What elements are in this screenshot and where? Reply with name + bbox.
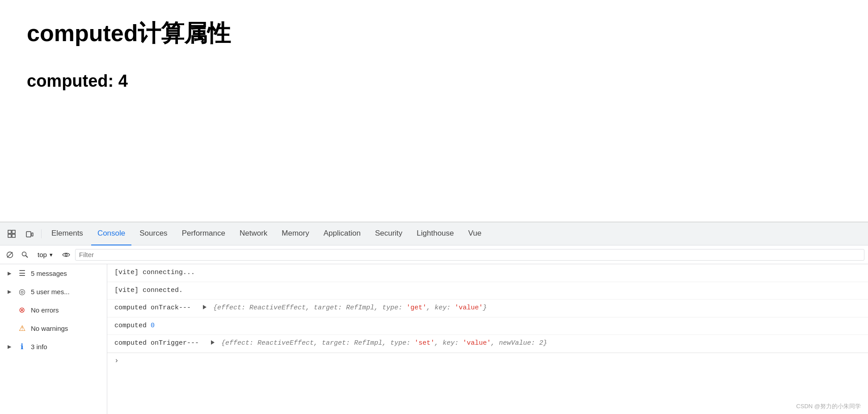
tab-console[interactable]: Console — [91, 222, 131, 245]
inspect-element-btn[interactable] — [4, 226, 20, 242]
console-line-on-trigger: computed onTrigger--- {effect: ReactiveE… — [107, 335, 868, 353]
filter-btn[interactable] — [19, 249, 31, 261]
sidebar-item-user-messages[interactable]: ▶ ◎ 5 user mes... — [0, 283, 107, 301]
chevron-down-icon: ▼ — [49, 252, 54, 258]
svg-rect-5 — [32, 233, 33, 236]
devtools-toolbar: top ▼ — [0, 245, 868, 264]
eye-btn[interactable] — [60, 249, 72, 261]
filter-input[interactable] — [75, 249, 864, 261]
tab-lighthouse[interactable]: Lighthouse — [410, 222, 460, 245]
console-line-computed-0: computed 0 — [107, 317, 868, 335]
console-line-on-track: computed onTrack--- {effect: ReactiveEff… — [107, 300, 868, 317]
clear-console-btn[interactable] — [4, 249, 16, 261]
tab-performance[interactable]: Performance — [176, 222, 232, 245]
tab-sources[interactable]: Sources — [133, 222, 173, 245]
expand-triangle-icon[interactable] — [203, 305, 206, 309]
warnings-icon: ⚠ — [17, 324, 26, 333]
sidebar-item-info[interactable]: ▶ ℹ 3 info — [0, 338, 107, 356]
tab-separator — [41, 229, 42, 238]
context-label: top — [38, 251, 47, 258]
svg-rect-4 — [26, 232, 31, 237]
svg-rect-3 — [12, 234, 15, 237]
computed-value: computed: 4 — [27, 72, 841, 91]
console-sidebar: ▶ ☰ 5 messages ▶ ◎ 5 user mes... ⊗ No er… — [0, 264, 107, 414]
user-messages-icon: ◎ — [17, 287, 26, 296]
info-icon: ℹ — [17, 342, 26, 351]
errors-icon: ⊗ — [17, 305, 26, 315]
svg-rect-2 — [8, 234, 11, 237]
expand-arrow-user: ▶ — [8, 289, 13, 295]
tab-vue[interactable]: Vue — [462, 222, 488, 245]
sidebar-item-messages[interactable]: ▶ ☰ 5 messages — [0, 264, 107, 283]
prompt-arrow-icon: › — [114, 357, 119, 365]
console-line-vite-connecting: [vite] connecting... — [107, 264, 868, 282]
devtools-panel: Elements Console Sources Performance Net… — [0, 222, 868, 414]
expand-arrow-messages: ▶ — [8, 270, 13, 276]
svg-rect-0 — [8, 230, 11, 233]
sidebar-info-label: 3 info — [31, 343, 101, 351]
watermark: CSDN @努力的小朱同学 — [796, 402, 861, 410]
svg-point-8 — [22, 252, 26, 256]
svg-point-10 — [65, 253, 67, 256]
sidebar-user-label: 5 user mes... — [31, 288, 101, 296]
expand-triangle-icon-2[interactable] — [211, 340, 215, 345]
page-title: computed计算属性 — [27, 18, 841, 49]
sidebar-item-warnings[interactable]: ⚠ No warnings — [0, 319, 107, 338]
device-toolbar-btn[interactable] — [21, 226, 38, 242]
svg-line-9 — [26, 255, 28, 258]
sidebar-warnings-label: No warnings — [31, 325, 101, 332]
expand-arrow-info: ▶ — [8, 344, 13, 350]
sidebar-item-errors[interactable]: ⊗ No errors — [0, 301, 107, 319]
tab-memory[interactable]: Memory — [275, 222, 315, 245]
devtools-tabs-bar: Elements Console Sources Performance Net… — [0, 222, 868, 245]
tab-security[interactable]: Security — [369, 222, 409, 245]
sidebar-errors-label: No errors — [31, 306, 101, 314]
tab-application[interactable]: Application — [317, 222, 367, 245]
tab-elements[interactable]: Elements — [45, 222, 89, 245]
console-line-vite-connected: [vite] connected. — [107, 282, 868, 300]
svg-rect-1 — [12, 230, 15, 233]
sidebar-messages-label: 5 messages — [31, 270, 101, 277]
tab-network[interactable]: Network — [233, 222, 274, 245]
page-content: computed计算属性 computed: 4 — [0, 0, 868, 215]
console-prompt[interactable]: › — [107, 353, 868, 368]
context-selector[interactable]: top ▼ — [34, 249, 57, 260]
devtools-body: ▶ ☰ 5 messages ▶ ◎ 5 user mes... ⊗ No er… — [0, 264, 868, 414]
messages-icon: ☰ — [17, 269, 26, 278]
console-output[interactable]: [vite] connecting... [vite] connected. c… — [107, 264, 868, 414]
